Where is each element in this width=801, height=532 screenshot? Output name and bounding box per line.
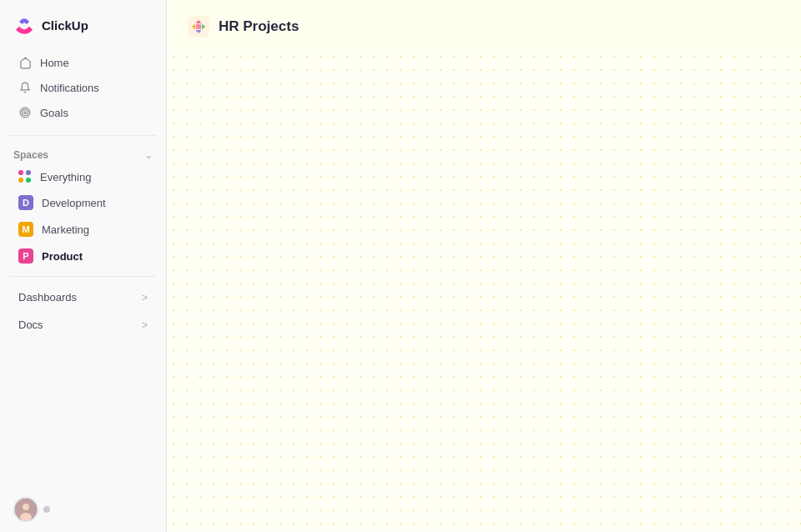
nav-home[interactable]: Home	[5, 50, 161, 75]
hr-projects-icon	[187, 15, 210, 38]
goals-icon	[18, 106, 32, 119]
sidebar: ClickUp Home Notifications	[0, 0, 167, 532]
bell-icon	[18, 81, 32, 94]
nav-home-label: Home	[40, 57, 69, 69]
sidebar-item-development[interactable]: D Development	[5, 189, 161, 216]
space-product-label: Product	[42, 250, 83, 263]
avatar[interactable]	[13, 497, 38, 522]
svg-point-1	[23, 110, 28, 116]
svg-point-2	[24, 112, 26, 113]
divider-1	[10, 135, 156, 136]
main-header: HR Projects	[167, 0, 801, 50]
sidebar-item-marketing[interactable]: M Marketing	[5, 216, 161, 243]
marketing-icon: M	[18, 222, 33, 237]
nav-notifications-label: Notifications	[40, 82, 99, 94]
clickup-logo[interactable]: ClickUp	[13, 13, 88, 37]
main-nav: Home Notifications Goals	[0, 47, 166, 128]
everything-icon	[18, 170, 32, 183]
space-marketing-label: Marketing	[42, 223, 89, 236]
nav-goals[interactable]: Goals	[5, 100, 161, 125]
dashboards-chevron-icon: >	[142, 292, 148, 304]
clickup-logo-icon	[13, 13, 37, 37]
spaces-chevron-icon[interactable]: ⌄	[144, 149, 153, 161]
sidebar-item-product[interactable]: P Product	[5, 243, 161, 269]
dashboards-label: Dashboards	[18, 291, 77, 304]
main-body	[167, 50, 801, 532]
page-title: HR Projects	[219, 18, 299, 35]
space-everything-label: Everything	[40, 171, 91, 183]
spaces-label: Spaces	[13, 149, 48, 161]
avatar-image	[15, 499, 37, 520]
docs-left: Docs	[18, 319, 43, 331]
docs-label: Docs	[18, 319, 43, 331]
divider-2	[10, 276, 156, 277]
sidebar-footer	[0, 487, 166, 532]
sidebar-item-dashboards[interactable]: Dashboards >	[5, 284, 161, 311]
nav-goals-label: Goals	[40, 107, 68, 119]
svg-rect-7	[196, 24, 201, 29]
spaces-header: Spaces ⌄	[0, 143, 166, 164]
logo-area: ClickUp	[0, 0, 166, 47]
sidebar-item-everything[interactable]: Everything	[5, 164, 161, 189]
main-content: HR Projects	[167, 0, 801, 532]
development-icon: D	[18, 195, 33, 210]
space-development-label: Development	[42, 197, 106, 209]
status-dot	[43, 506, 50, 513]
product-icon: P	[18, 248, 33, 263]
sidebar-item-docs[interactable]: Docs >	[5, 311, 161, 339]
dashboards-left: Dashboards	[18, 291, 77, 304]
logo-text: ClickUp	[42, 18, 88, 33]
docs-chevron-icon: >	[142, 319, 148, 331]
nav-notifications[interactable]: Notifications	[5, 75, 161, 100]
svg-point-4	[23, 504, 29, 510]
home-icon	[18, 56, 32, 69]
